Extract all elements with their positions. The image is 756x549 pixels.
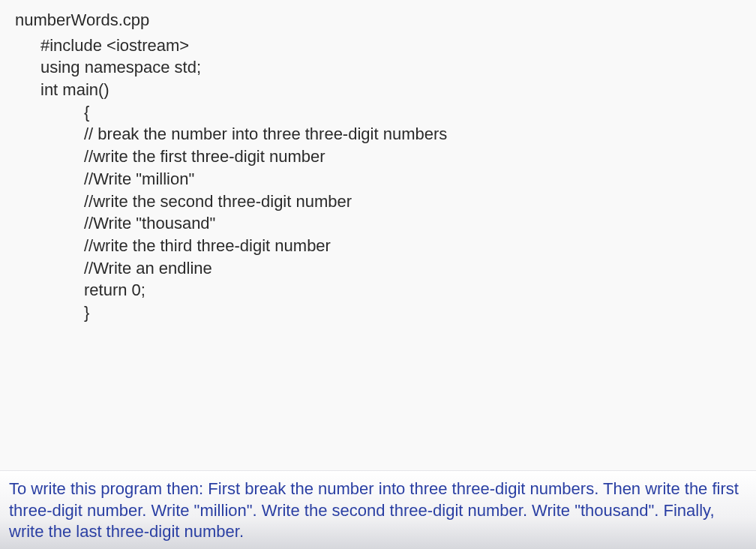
filename-label: numberWords.cpp — [15, 9, 741, 32]
code-line: return 0; — [15, 279, 741, 302]
code-line: // break the number into three three-dig… — [15, 123, 741, 146]
code-line: //Write an endline — [15, 257, 741, 280]
code-line: //write the third three-digit number — [15, 235, 741, 257]
code-line: { — [15, 101, 741, 124]
code-block: numberWords.cpp #include <iostream> usin… — [0, 0, 756, 333]
code-line: } — [15, 302, 741, 324]
code-line: //write the first three-digit number — [15, 146, 741, 168]
code-line: //Write "million" — [15, 168, 741, 190]
caption-text: To write this program then: First break … — [0, 470, 756, 549]
code-line: //Write "thousand" — [15, 212, 741, 235]
code-line: #include <iostream> — [15, 34, 741, 57]
code-line: using namespace std; — [15, 56, 741, 79]
code-line: //write the second three-digit number — [15, 190, 741, 213]
code-line: int main() — [15, 79, 741, 101]
